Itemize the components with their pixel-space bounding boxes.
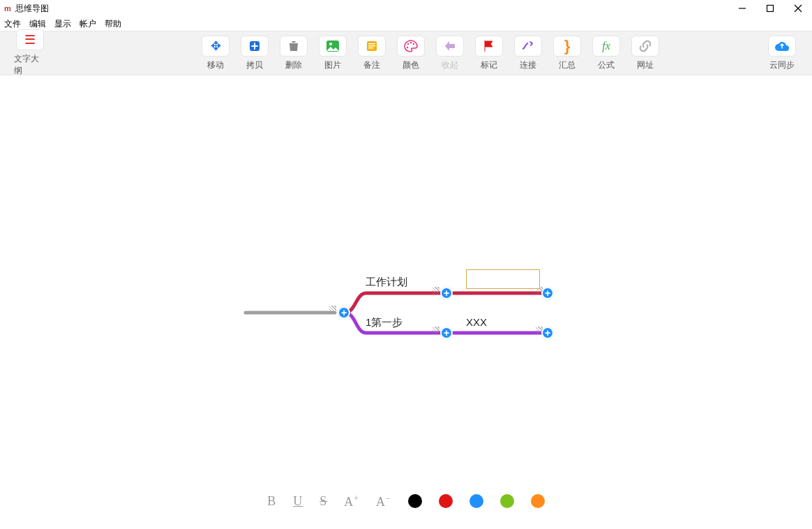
formula-button[interactable]: fx 公式 <box>590 36 622 71</box>
svg-rect-10 <box>368 47 373 49</box>
fontdec-button[interactable]: A− <box>376 493 391 509</box>
bold-button[interactable]: B <box>267 494 276 509</box>
color-red[interactable] <box>439 494 453 508</box>
color-blue[interactable] <box>469 494 483 508</box>
svg-point-12 <box>410 41 412 43</box>
image-button[interactable]: 图片 <box>317 36 349 71</box>
menu-file[interactable]: 文件 <box>4 18 21 30</box>
mindmap-canvas[interactable]: 工作计划 1第一步 XXX + + + + + <box>0 75 812 489</box>
color-orange[interactable] <box>531 494 545 508</box>
node-n3-selected[interactable] <box>466 269 540 289</box>
collapse-icon <box>444 40 456 52</box>
add-child-n2[interactable]: + <box>440 327 453 339</box>
menu-help[interactable]: 帮助 <box>105 18 121 30</box>
toolbar: ☰ 文字大纲 ✥ 移动 拷贝 删除 图片 备注 颜色 <box>0 31 812 75</box>
move-button[interactable]: ✥ 移动 <box>200 36 232 71</box>
image-icon <box>326 40 340 52</box>
menu-view[interactable]: 显示 <box>54 18 71 30</box>
trash-icon <box>287 40 300 52</box>
add-child-root[interactable]: + <box>338 306 350 319</box>
mark-button[interactable]: 标记 <box>473 36 505 71</box>
color-green[interactable] <box>500 494 514 508</box>
node-n4[interactable]: XXX <box>466 316 487 328</box>
link-icon <box>639 40 652 52</box>
svg-rect-8 <box>368 43 375 45</box>
copy-icon <box>248 39 262 53</box>
svg-rect-9 <box>368 45 375 47</box>
url-button[interactable]: 网址 <box>629 36 661 71</box>
flag-icon <box>483 40 495 52</box>
outline-button[interactable]: ☰ 文字大纲 <box>14 29 46 77</box>
node-n1[interactable]: 工作计划 <box>366 276 407 289</box>
resize-handle[interactable] <box>329 306 336 313</box>
menu-edit[interactable]: 编辑 <box>29 18 46 30</box>
connect-button[interactable]: 连接 <box>512 36 544 71</box>
menu-account[interactable]: 帐户 <box>80 18 96 30</box>
collapse-button[interactable]: 收起 <box>434 36 466 71</box>
add-child-n1[interactable]: + <box>440 287 453 299</box>
svg-rect-1 <box>767 6 774 12</box>
window-titlebar: m 思维导图 <box>0 0 812 17</box>
cloud-icon <box>774 40 790 52</box>
note-icon <box>366 40 378 52</box>
add-child-n4[interactable]: + <box>541 327 554 339</box>
menu-bar: 文件 编辑 显示 帐户 帮助 <box>0 17 812 31</box>
format-bar: B U S A+ A− <box>0 487 812 515</box>
resize-handle[interactable] <box>433 287 439 294</box>
window-title: 思维导图 <box>15 3 49 15</box>
list-icon: ☰ <box>24 32 36 47</box>
svg-point-6 <box>329 43 332 45</box>
app-logo: m <box>4 4 11 13</box>
color-button[interactable]: 颜色 <box>395 36 427 71</box>
close-button[interactable] <box>784 0 812 17</box>
formula-icon: fx <box>602 40 610 52</box>
window-controls <box>728 0 812 17</box>
resize-handle[interactable] <box>433 327 439 334</box>
move-icon: ✥ <box>211 38 221 54</box>
maximize-button[interactable] <box>756 0 784 17</box>
connect-icon <box>521 40 535 52</box>
note-button[interactable]: 备注 <box>356 36 388 71</box>
summary-button[interactable]: } 汇总 <box>551 36 583 71</box>
svg-point-11 <box>407 43 409 44</box>
svg-point-14 <box>407 46 408 47</box>
copy-button[interactable]: 拷贝 <box>239 36 271 71</box>
node-n2[interactable]: 1第一步 <box>366 316 403 329</box>
cloudsync-button[interactable]: 云同步 <box>766 36 798 71</box>
palette-icon <box>404 40 418 52</box>
delete-button[interactable]: 删除 <box>278 36 310 71</box>
strike-button[interactable]: S <box>319 494 327 509</box>
add-child-n3[interactable]: + <box>541 287 554 299</box>
fontinc-button[interactable]: A+ <box>344 493 359 509</box>
svg-point-13 <box>413 43 414 44</box>
minimize-button[interactable] <box>728 0 756 17</box>
color-black[interactable] <box>408 494 422 508</box>
underline-button[interactable]: U <box>293 494 303 509</box>
brace-icon: } <box>564 37 571 55</box>
